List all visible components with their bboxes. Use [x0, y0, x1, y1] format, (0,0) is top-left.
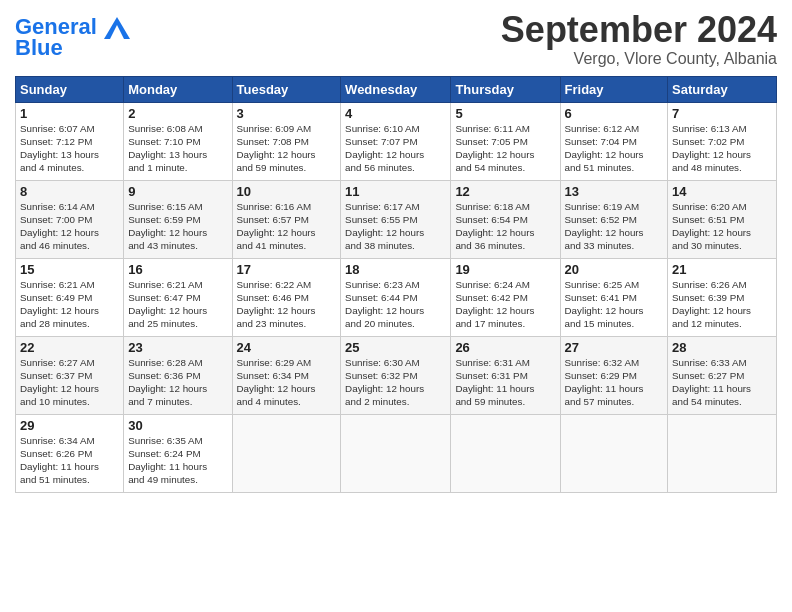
day-info: Sunrise: 6:30 AMSunset: 6:32 PMDaylight:… — [345, 356, 446, 409]
logo-blue: Blue — [15, 37, 130, 59]
day-number: 3 — [237, 106, 337, 121]
day-number: 14 — [672, 184, 772, 199]
calendar-cell: 30Sunrise: 6:35 AMSunset: 6:24 PMDayligh… — [124, 414, 232, 492]
day-info: Sunrise: 6:24 AMSunset: 6:42 PMDaylight:… — [455, 278, 555, 331]
subtitle: Vergo, Vlore County, Albania — [501, 50, 777, 68]
day-number: 8 — [20, 184, 119, 199]
weekday-header-sunday: Sunday — [16, 76, 124, 102]
title-area: September 2024 Vergo, Vlore County, Alba… — [501, 10, 777, 68]
day-info: Sunrise: 6:31 AMSunset: 6:31 PMDaylight:… — [455, 356, 555, 409]
day-number: 4 — [345, 106, 446, 121]
calendar-cell: 21Sunrise: 6:26 AMSunset: 6:39 PMDayligh… — [668, 258, 777, 336]
page-container: General Blue September 2024 Vergo, Vlore… — [0, 0, 792, 498]
day-info: Sunrise: 6:14 AMSunset: 7:00 PMDaylight:… — [20, 200, 119, 253]
day-number: 6 — [565, 106, 664, 121]
day-number: 24 — [237, 340, 337, 355]
day-number: 27 — [565, 340, 664, 355]
day-info: Sunrise: 6:27 AMSunset: 6:37 PMDaylight:… — [20, 356, 119, 409]
day-number: 22 — [20, 340, 119, 355]
calendar-cell — [341, 414, 451, 492]
calendar-cell: 1Sunrise: 6:07 AMSunset: 7:12 PMDaylight… — [16, 102, 124, 180]
day-info: Sunrise: 6:33 AMSunset: 6:27 PMDaylight:… — [672, 356, 772, 409]
day-number: 26 — [455, 340, 555, 355]
day-info: Sunrise: 6:16 AMSunset: 6:57 PMDaylight:… — [237, 200, 337, 253]
day-number: 16 — [128, 262, 227, 277]
day-number: 23 — [128, 340, 227, 355]
calendar-cell: 12Sunrise: 6:18 AMSunset: 6:54 PMDayligh… — [451, 180, 560, 258]
day-info: Sunrise: 6:09 AMSunset: 7:08 PMDaylight:… — [237, 122, 337, 175]
day-info: Sunrise: 6:17 AMSunset: 6:55 PMDaylight:… — [345, 200, 446, 253]
calendar-cell: 23Sunrise: 6:28 AMSunset: 6:36 PMDayligh… — [124, 336, 232, 414]
day-info: Sunrise: 6:23 AMSunset: 6:44 PMDaylight:… — [345, 278, 446, 331]
day-number: 20 — [565, 262, 664, 277]
calendar-cell: 27Sunrise: 6:32 AMSunset: 6:29 PMDayligh… — [560, 336, 668, 414]
day-number: 12 — [455, 184, 555, 199]
calendar-cell: 20Sunrise: 6:25 AMSunset: 6:41 PMDayligh… — [560, 258, 668, 336]
day-number: 13 — [565, 184, 664, 199]
calendar-cell: 4Sunrise: 6:10 AMSunset: 7:07 PMDaylight… — [341, 102, 451, 180]
day-info: Sunrise: 6:22 AMSunset: 6:46 PMDaylight:… — [237, 278, 337, 331]
calendar-cell: 22Sunrise: 6:27 AMSunset: 6:37 PMDayligh… — [16, 336, 124, 414]
day-info: Sunrise: 6:29 AMSunset: 6:34 PMDaylight:… — [237, 356, 337, 409]
day-number: 10 — [237, 184, 337, 199]
day-info: Sunrise: 6:18 AMSunset: 6:54 PMDaylight:… — [455, 200, 555, 253]
day-number: 29 — [20, 418, 119, 433]
calendar-cell: 3Sunrise: 6:09 AMSunset: 7:08 PMDaylight… — [232, 102, 341, 180]
day-info: Sunrise: 6:34 AMSunset: 6:26 PMDaylight:… — [20, 434, 119, 487]
calendar-cell: 16Sunrise: 6:21 AMSunset: 6:47 PMDayligh… — [124, 258, 232, 336]
day-number: 2 — [128, 106, 227, 121]
calendar-cell: 18Sunrise: 6:23 AMSunset: 6:44 PMDayligh… — [341, 258, 451, 336]
day-number: 11 — [345, 184, 446, 199]
weekday-header-monday: Monday — [124, 76, 232, 102]
day-info: Sunrise: 6:26 AMSunset: 6:39 PMDaylight:… — [672, 278, 772, 331]
calendar-cell — [560, 414, 668, 492]
calendar-cell: 5Sunrise: 6:11 AMSunset: 7:05 PMDaylight… — [451, 102, 560, 180]
day-number: 7 — [672, 106, 772, 121]
logo-icon — [104, 17, 130, 39]
calendar-cell: 26Sunrise: 6:31 AMSunset: 6:31 PMDayligh… — [451, 336, 560, 414]
calendar-cell: 19Sunrise: 6:24 AMSunset: 6:42 PMDayligh… — [451, 258, 560, 336]
day-info: Sunrise: 6:10 AMSunset: 7:07 PMDaylight:… — [345, 122, 446, 175]
day-info: Sunrise: 6:25 AMSunset: 6:41 PMDaylight:… — [565, 278, 664, 331]
calendar-cell: 11Sunrise: 6:17 AMSunset: 6:55 PMDayligh… — [341, 180, 451, 258]
day-number: 9 — [128, 184, 227, 199]
calendar-cell — [451, 414, 560, 492]
calendar: SundayMondayTuesdayWednesdayThursdayFrid… — [15, 76, 777, 493]
calendar-cell: 8Sunrise: 6:14 AMSunset: 7:00 PMDaylight… — [16, 180, 124, 258]
day-info: Sunrise: 6:32 AMSunset: 6:29 PMDaylight:… — [565, 356, 664, 409]
calendar-cell: 9Sunrise: 6:15 AMSunset: 6:59 PMDaylight… — [124, 180, 232, 258]
weekday-header-thursday: Thursday — [451, 76, 560, 102]
calendar-cell — [232, 414, 341, 492]
calendar-cell: 7Sunrise: 6:13 AMSunset: 7:02 PMDaylight… — [668, 102, 777, 180]
day-number: 18 — [345, 262, 446, 277]
day-number: 30 — [128, 418, 227, 433]
calendar-cell: 25Sunrise: 6:30 AMSunset: 6:32 PMDayligh… — [341, 336, 451, 414]
day-info: Sunrise: 6:21 AMSunset: 6:49 PMDaylight:… — [20, 278, 119, 331]
calendar-cell: 24Sunrise: 6:29 AMSunset: 6:34 PMDayligh… — [232, 336, 341, 414]
day-info: Sunrise: 6:12 AMSunset: 7:04 PMDaylight:… — [565, 122, 664, 175]
day-number: 15 — [20, 262, 119, 277]
calendar-cell: 29Sunrise: 6:34 AMSunset: 6:26 PMDayligh… — [16, 414, 124, 492]
logo: General Blue — [15, 15, 130, 59]
calendar-cell: 10Sunrise: 6:16 AMSunset: 6:57 PMDayligh… — [232, 180, 341, 258]
month-title: September 2024 — [501, 10, 777, 50]
weekday-header-friday: Friday — [560, 76, 668, 102]
calendar-cell — [668, 414, 777, 492]
header: General Blue September 2024 Vergo, Vlore… — [15, 10, 777, 68]
weekday-header-wednesday: Wednesday — [341, 76, 451, 102]
calendar-cell: 2Sunrise: 6:08 AMSunset: 7:10 PMDaylight… — [124, 102, 232, 180]
calendar-cell: 28Sunrise: 6:33 AMSunset: 6:27 PMDayligh… — [668, 336, 777, 414]
weekday-header-tuesday: Tuesday — [232, 76, 341, 102]
day-info: Sunrise: 6:21 AMSunset: 6:47 PMDaylight:… — [128, 278, 227, 331]
day-number: 17 — [237, 262, 337, 277]
day-info: Sunrise: 6:35 AMSunset: 6:24 PMDaylight:… — [128, 434, 227, 487]
day-number: 25 — [345, 340, 446, 355]
day-info: Sunrise: 6:20 AMSunset: 6:51 PMDaylight:… — [672, 200, 772, 253]
calendar-cell: 14Sunrise: 6:20 AMSunset: 6:51 PMDayligh… — [668, 180, 777, 258]
weekday-header-saturday: Saturday — [668, 76, 777, 102]
day-info: Sunrise: 6:28 AMSunset: 6:36 PMDaylight:… — [128, 356, 227, 409]
day-number: 21 — [672, 262, 772, 277]
calendar-cell: 17Sunrise: 6:22 AMSunset: 6:46 PMDayligh… — [232, 258, 341, 336]
calendar-cell: 13Sunrise: 6:19 AMSunset: 6:52 PMDayligh… — [560, 180, 668, 258]
day-info: Sunrise: 6:08 AMSunset: 7:10 PMDaylight:… — [128, 122, 227, 175]
